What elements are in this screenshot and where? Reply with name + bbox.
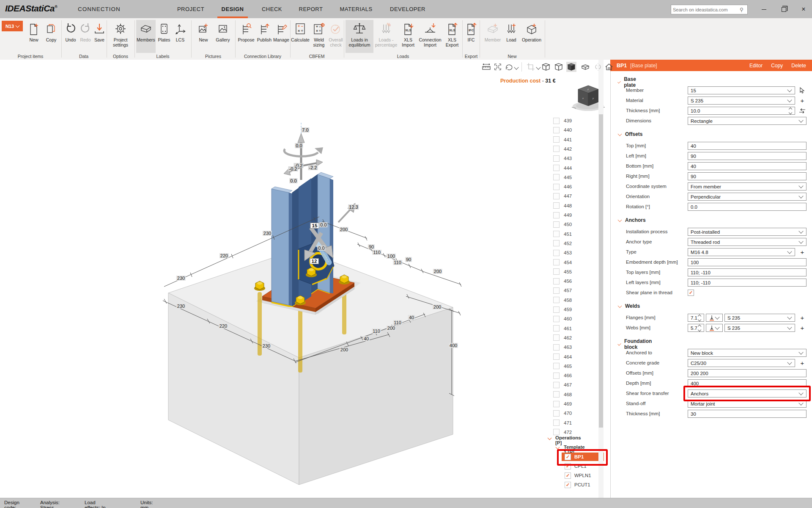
load-case-checkbox[interactable] — [553, 429, 560, 435]
load-case-checkbox[interactable] — [553, 221, 560, 228]
anchored-to-select[interactable]: New block — [688, 349, 807, 357]
bottom-input[interactable]: 40 — [688, 162, 807, 170]
ribbon-item-new[interactable]: New — [195, 20, 212, 53]
embedment-depth-input[interactable]: 100 — [688, 258, 807, 266]
ribbon-item-new[interactable]: New — [25, 20, 42, 53]
load-case-checkbox[interactable] — [553, 306, 560, 313]
ribbon-item-plates[interactable]: Plates — [156, 20, 172, 53]
ribbon-item-gallery[interactable]: Gallery — [213, 20, 233, 53]
section-base-plate[interactable]: Base plate — [618, 76, 637, 88]
tree-node-operations[interactable]: Operations [P] — [555, 435, 581, 445]
add-icon[interactable]: + — [798, 359, 806, 367]
shear-plane-in-thread-checkbox[interactable]: ✓ — [688, 290, 694, 296]
load-case-row[interactable]: 460 — [553, 315, 595, 323]
load-case-row[interactable]: 457 — [553, 286, 595, 295]
load-case-checkbox[interactable] — [553, 155, 560, 162]
add-icon[interactable]: + — [798, 324, 806, 332]
thickness-spin[interactable]: 10.0 — [688, 107, 795, 115]
load-case-row[interactable]: 451 — [553, 230, 595, 238]
flanges-weld-type-select[interactable] — [706, 314, 723, 322]
right-input[interactable]: 90 — [688, 172, 807, 180]
cube-hidden-line-icon[interactable] — [554, 62, 564, 72]
load-case-checkbox[interactable] — [553, 212, 560, 218]
load-case-row[interactable]: 440 — [553, 126, 595, 134]
load-case-row[interactable]: 458 — [553, 296, 595, 304]
tree-item-pcut1[interactable]: ✓PCUT1 — [562, 480, 604, 489]
dimensions-select[interactable]: Rectangle — [688, 117, 807, 125]
ribbon-item-members[interactable]: Members — [136, 20, 156, 53]
search-icon[interactable]: ⚲ — [740, 7, 747, 13]
load-case-row[interactable]: 442 — [553, 145, 595, 153]
model-3d[interactable] — [127, 97, 499, 493]
rotation-input[interactable]: 0.0 — [688, 203, 807, 211]
ribbon-item-connection-import[interactable]: Connection Import — [417, 20, 443, 53]
add-icon[interactable]: + — [798, 97, 806, 105]
load-case-checkbox[interactable] — [553, 391, 560, 398]
load-case-row[interactable]: 443 — [553, 154, 595, 163]
search-input[interactable] — [671, 7, 740, 12]
load-case-row[interactable]: 446 — [553, 182, 595, 191]
ribbon-item-publish[interactable]: Publish — [256, 20, 273, 53]
operation-checkbox[interactable]: ✓ — [565, 482, 571, 488]
tree-item-wpln1[interactable]: ✓WPLN1 — [562, 471, 604, 480]
load-case-checkbox[interactable] — [553, 420, 560, 426]
add-icon[interactable]: + — [798, 314, 806, 322]
ribbon-item-manage[interactable]: Manage — [273, 20, 290, 53]
load-case-row[interactable]: 465 — [553, 362, 595, 370]
section-collapse-chevron[interactable] — [618, 304, 622, 308]
section-collapse-chevron[interactable] — [618, 218, 622, 222]
flanges-size-stepper[interactable]: 7.1 — [688, 314, 704, 322]
left-layers-input[interactable]: 110; -110 — [688, 279, 807, 287]
ribbon-item-operation[interactable]: Operation — [520, 20, 543, 53]
offsets-input[interactable]: 200 200 — [688, 369, 807, 377]
section-collapse-chevron[interactable] — [618, 132, 622, 136]
ribbon-item-weld-sizing[interactable]: + −× ÷Weld sizing — [310, 20, 328, 53]
coordinate-system-select[interactable]: From member — [688, 182, 807, 190]
section-foundation-block[interactable]: Foundation block — [618, 338, 653, 350]
load-case-checkbox[interactable] — [553, 278, 560, 284]
load-case-checkbox[interactable] — [553, 118, 560, 124]
section-view-icon[interactable] — [580, 62, 590, 72]
webs-weld-type-select[interactable] — [706, 324, 723, 332]
add-icon[interactable]: + — [798, 248, 806, 256]
ribbon-item-calculate[interactable]: + −× ÷Calculate — [291, 20, 310, 53]
tab-materials[interactable]: MATERIALS — [338, 0, 374, 18]
load-case-row[interactable]: 470 — [553, 409, 595, 417]
top-layers-input[interactable]: 110; -110 — [688, 268, 807, 276]
load-case-row[interactable]: 461 — [553, 324, 595, 333]
load-case-row[interactable]: 455 — [553, 268, 595, 276]
load-case-row[interactable]: 444 — [553, 164, 595, 172]
ribbon-item-save[interactable]: Save — [93, 20, 106, 53]
editor-button[interactable]: Editor — [749, 63, 763, 69]
load-case-checkbox[interactable] — [553, 344, 560, 351]
tab-check[interactable]: CHECK — [261, 0, 283, 18]
load-case-row[interactable]: 453 — [553, 248, 595, 257]
load-case-row[interactable]: 439 — [553, 116, 595, 125]
ribbon-item-copy[interactable]: Copy — [43, 20, 60, 53]
flanges-material-select[interactable]: S 235 — [724, 314, 795, 322]
search-box[interactable]: ⚲ — [671, 5, 748, 14]
load-case-checkbox[interactable] — [553, 382, 560, 388]
load-case-row[interactable]: 469 — [553, 400, 595, 408]
zoom-fit-icon[interactable] — [493, 62, 503, 72]
concrete-grade-select[interactable]: C25/30 — [688, 359, 795, 367]
load-case-checkbox[interactable] — [553, 325, 560, 331]
delete-operation-button[interactable]: Delete — [791, 63, 806, 69]
load-case-row[interactable]: 448 — [553, 202, 595, 210]
maximize-button[interactable] — [775, 4, 792, 14]
ribbon-item-propose[interactable]: Propose — [237, 20, 255, 53]
load-case-checkbox[interactable] — [553, 146, 560, 152]
installation-process-select[interactable]: Post-installed — [688, 228, 807, 236]
ribbon-item-xls-export[interactable]: XLSXLS Export — [443, 20, 461, 53]
type-select[interactable]: M16 4.8 — [688, 248, 795, 256]
section-collapse-chevron[interactable] — [617, 80, 621, 83]
load-case-checkbox[interactable] — [553, 193, 560, 199]
minimize-button[interactable] — [755, 4, 772, 14]
project-selector-dropdown[interactable]: N13 — [2, 21, 23, 31]
load-case-checkbox[interactable] — [553, 268, 560, 275]
load-case-checkbox[interactable] — [553, 373, 560, 379]
load-case-row[interactable]: 468 — [553, 390, 595, 399]
load-case-row[interactable]: 454 — [553, 258, 595, 267]
load-case-row[interactable]: 471 — [553, 419, 595, 427]
load-case-row[interactable]: 452 — [553, 239, 595, 248]
